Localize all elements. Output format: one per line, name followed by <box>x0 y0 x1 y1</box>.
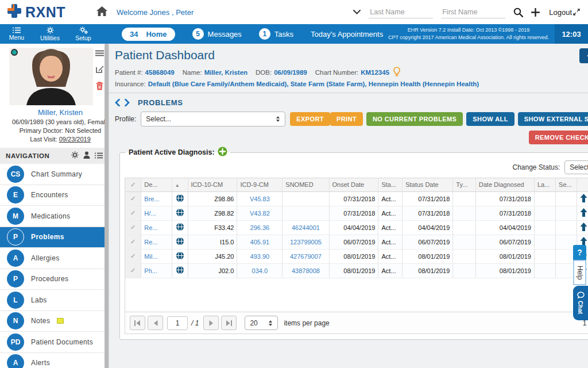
cell-snomed[interactable]: 43878008 <box>283 263 329 278</box>
check-icon[interactable]: ✓ <box>130 224 136 231</box>
first-name-input[interactable] <box>441 6 505 18</box>
print-button[interactable]: PRINT <box>330 112 363 126</box>
cell-icd9[interactable]: V45.83 <box>237 191 283 206</box>
col-header-date_diagnosed[interactable]: Date Diagnosed <box>475 178 534 191</box>
chat-tab[interactable]: Chat <box>573 286 588 320</box>
sidebar-item-patient-documents[interactable]: PDPatient Documents <box>0 332 109 353</box>
next-page-button[interactable] <box>203 316 219 330</box>
cell-icd9[interactable]: 296.36 <box>237 220 283 235</box>
section-prev-icon[interactable] <box>115 99 120 106</box>
chart-number[interactable]: KM12345 <box>361 69 389 76</box>
col-header-onset[interactable]: Onset Date <box>329 178 378 191</box>
nav-list-icon[interactable] <box>95 151 103 161</box>
col-header-severity[interactable]: Se... <box>556 178 577 191</box>
export-button[interactable]: EXPORT <box>290 112 330 126</box>
appointments-tab[interactable]: Today's Appointments <box>311 30 383 39</box>
cell-icd9[interactable]: 034.0 <box>237 263 283 278</box>
sidebar-item-medications[interactable]: MMedications <box>0 206 109 227</box>
move-up-icon[interactable] <box>580 223 587 231</box>
utilities-button[interactable]: Utilities <box>33 24 67 44</box>
check-icon[interactable]: ✓ <box>130 195 136 202</box>
home-icon[interactable] <box>96 6 107 18</box>
edit-patient-icon[interactable] <box>96 65 104 75</box>
logout-button[interactable]: Logout <box>549 8 572 17</box>
cell-check[interactable]: ✓ <box>125 220 141 235</box>
col-header-globe[interactable]: ▲ <box>172 178 188 191</box>
quick-help-button[interactable]: ? <box>573 245 586 260</box>
cell-check[interactable]: ✓ <box>125 206 141 220</box>
sidebar-scrollbar[interactable] <box>105 44 109 368</box>
col-header-laterality[interactable]: La... <box>534 178 555 191</box>
add-diagnosis-icon[interactable] <box>218 147 227 158</box>
cell-snomed[interactable]: 123799005 <box>283 235 329 249</box>
move-up-icon[interactable] <box>580 237 587 246</box>
patient-list-icon[interactable] <box>95 48 104 59</box>
profile-select[interactable]: Select... <box>141 112 285 126</box>
cell-up[interactable] <box>577 220 588 235</box>
check-icon[interactable]: ✓ <box>130 267 136 274</box>
insurance-list[interactable]: Default (Blue Care Family/Anthem Medicai… <box>148 80 479 87</box>
rxnt-logo[interactable]: RXNT <box>6 2 65 22</box>
sidebar-item-chart-summary[interactable]: CSChart Summary <box>0 164 109 185</box>
page-number-input[interactable] <box>167 316 188 330</box>
back-button[interactable]: BACK <box>579 48 588 63</box>
help-tab[interactable]: Help <box>573 260 586 285</box>
sidebar-item-labs[interactable]: LLabs <box>0 290 109 311</box>
col-header-icd10[interactable]: ICD-10-CM <box>188 178 237 191</box>
change-status-select[interactable]: Select... <box>564 160 588 174</box>
last-visit-date[interactable]: 09/23/2019 <box>59 136 91 143</box>
sidebar-item-problems[interactable]: PProblems <box>0 227 109 248</box>
cell-up[interactable] <box>577 206 588 220</box>
diagnosis-link[interactable]: Bre... <box>144 195 159 202</box>
show-all-button[interactable]: SHOW ALL <box>466 112 514 126</box>
move-up-icon[interactable] <box>580 194 587 202</box>
cell-icd9[interactable]: 493.90 <box>237 249 283 263</box>
col-header-desc[interactable]: De... <box>141 178 172 191</box>
check-icon[interactable]: ✓ <box>130 181 136 188</box>
diagnosis-link[interactable]: H/... <box>144 210 156 217</box>
patient-name-link[interactable]: Miller, Kristen <box>204 69 247 76</box>
add-patient-icon[interactable] <box>531 8 540 17</box>
search-icon[interactable] <box>513 7 523 17</box>
sort-asc-icon[interactable]: ▲ <box>175 183 180 188</box>
tasks-tab[interactable]: 1 Tasks <box>259 28 293 40</box>
no-current-problems-button[interactable]: NO CURRENT PROBLEMS <box>366 112 463 126</box>
diagnosis-link[interactable]: Ph... <box>144 267 157 274</box>
sidebar-item-alerts[interactable]: AAlerts <box>0 353 109 368</box>
setup-button[interactable]: Setup <box>67 24 100 44</box>
col-header-status[interactable]: Sta... <box>378 178 403 191</box>
cell-snomed[interactable]: 427679007 <box>283 249 329 263</box>
sidebar-item-allergies[interactable]: AAllergies <box>0 248 109 269</box>
messages-tab[interactable]: 5 Messages <box>192 28 242 40</box>
patient-number[interactable]: 45868049 <box>145 69 175 76</box>
show-external-source-button[interactable]: SHOW EXTERNAL SOURCE DATA <box>518 112 588 126</box>
check-icon[interactable]: ✓ <box>130 238 136 245</box>
sidebar-item-procedures[interactable]: PProcedures <box>0 269 109 290</box>
chevron-down-icon[interactable] <box>353 10 361 14</box>
cell-check[interactable]: ✓ <box>125 263 141 278</box>
first-page-button[interactable] <box>130 316 145 330</box>
sidebar-item-notes[interactable]: NNotes <box>0 311 109 332</box>
check-icon[interactable]: ✓ <box>130 209 136 216</box>
prev-page-button[interactable] <box>148 316 163 330</box>
col-header-snomed[interactable]: SNOMED <box>283 178 329 191</box>
cell-snomed[interactable]: 46244001 <box>283 220 329 235</box>
sidebar-item-encounters[interactable]: EEncounters <box>0 185 109 206</box>
cell-icd9[interactable]: V43.82 <box>237 206 283 220</box>
expand-icon[interactable] <box>573 9 580 16</box>
last-name-input[interactable] <box>369 6 433 18</box>
cell-up[interactable] <box>577 191 588 206</box>
sidebar-patient-name[interactable]: Miller, Kristen <box>9 108 111 117</box>
last-page-button[interactable] <box>221 316 237 330</box>
diagnosis-link[interactable]: Re... <box>144 224 157 231</box>
col-header-icd9[interactable]: ICD-9-CM <box>237 178 283 191</box>
delete-patient-icon[interactable] <box>96 82 103 93</box>
col-header-status_date[interactable]: Status Date <box>403 178 453 191</box>
items-per-page-select[interactable]: 20 <box>245 316 278 330</box>
home-tab[interactable]: 34 Home <box>122 28 175 41</box>
nav-settings-icon[interactable] <box>71 151 79 161</box>
col-header-type[interactable]: Ty... <box>453 178 475 191</box>
move-up-icon[interactable] <box>580 208 587 217</box>
cell-icd9[interactable]: 405.91 <box>237 235 283 249</box>
section-next-icon[interactable] <box>125 99 130 106</box>
